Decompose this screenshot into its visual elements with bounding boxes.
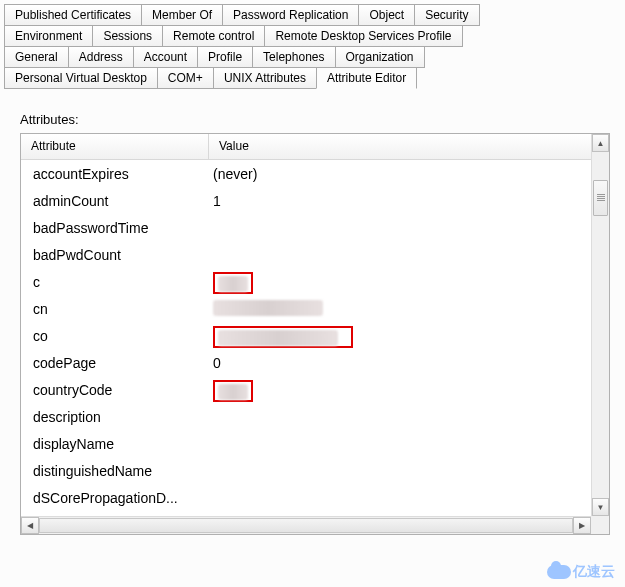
tab-member-of[interactable]: Member Of bbox=[141, 4, 223, 26]
tab-panel-attribute-editor: Attributes: Attribute Value accountExpir… bbox=[0, 88, 625, 535]
horizontal-scrollbar[interactable]: ◀ ▶ bbox=[21, 516, 591, 534]
tab-address[interactable]: Address bbox=[68, 46, 134, 68]
horizontal-scroll-thumb[interactable] bbox=[39, 518, 573, 533]
tab-strip: Published CertificatesMember OfPassword … bbox=[0, 0, 625, 88]
tab-sessions[interactable]: Sessions bbox=[92, 25, 163, 47]
cloud-icon bbox=[547, 565, 571, 579]
attribute-value bbox=[209, 324, 609, 347]
attribute-name: cn bbox=[21, 301, 209, 317]
tab-profile[interactable]: Profile bbox=[197, 46, 253, 68]
scroll-left-arrow-icon[interactable]: ◀ bbox=[21, 517, 39, 534]
tab-row-4: Personal Virtual DesktopCOM+UNIX Attribu… bbox=[4, 67, 621, 88]
tab-remote-desktop-services-profile[interactable]: Remote Desktop Services Profile bbox=[264, 25, 462, 47]
attribute-name: adminCount bbox=[21, 193, 209, 209]
column-headers: Attribute Value bbox=[21, 134, 609, 160]
attribute-name: dSCorePropagationD... bbox=[21, 490, 209, 506]
attribute-name: description bbox=[21, 409, 209, 425]
table-row[interactable]: co bbox=[21, 322, 609, 349]
table-row[interactable]: dSCorePropagationD... bbox=[21, 484, 609, 511]
attribute-value: 0 bbox=[209, 355, 609, 371]
tab-published-certificates[interactable]: Published Certificates bbox=[4, 4, 142, 26]
tab-account[interactable]: Account bbox=[133, 46, 198, 68]
attribute-name: countryCode bbox=[21, 382, 209, 398]
tab-environment[interactable]: Environment bbox=[4, 25, 93, 47]
column-header-value[interactable]: Value bbox=[209, 134, 609, 159]
attribute-name: displayName bbox=[21, 436, 209, 452]
table-row[interactable]: countryCode bbox=[21, 376, 609, 403]
tab-general[interactable]: General bbox=[4, 46, 69, 68]
tab-security[interactable]: Security bbox=[414, 4, 479, 26]
attribute-value bbox=[209, 270, 609, 293]
attribute-value bbox=[209, 378, 609, 401]
table-row[interactable]: description bbox=[21, 403, 609, 430]
tab-remote-control[interactable]: Remote control bbox=[162, 25, 265, 47]
attribute-value: 1 bbox=[209, 193, 609, 209]
vertical-scroll-thumb[interactable] bbox=[593, 180, 608, 216]
scrollbar-corner bbox=[591, 516, 609, 534]
scroll-right-arrow-icon[interactable]: ▶ bbox=[573, 517, 591, 534]
table-row[interactable]: codePage0 bbox=[21, 349, 609, 376]
tab-object[interactable]: Object bbox=[358, 4, 415, 26]
tab-personal-virtual-desktop[interactable]: Personal Virtual Desktop bbox=[4, 67, 158, 89]
watermark-text: 亿速云 bbox=[573, 563, 615, 581]
redaction-box bbox=[213, 380, 253, 402]
tab-row-3: GeneralAddressAccountProfileTelephonesOr… bbox=[4, 46, 621, 67]
vertical-scrollbar[interactable]: ▲ ▼ bbox=[591, 134, 609, 516]
attribute-value: (never) bbox=[209, 166, 609, 182]
table-row[interactable]: adminCount1 bbox=[21, 187, 609, 214]
tab-row-2: EnvironmentSessionsRemote controlRemote … bbox=[4, 25, 621, 46]
attribute-name: co bbox=[21, 328, 209, 344]
tab-telephones[interactable]: Telephones bbox=[252, 46, 335, 68]
attributes-label: Attributes: bbox=[20, 112, 605, 127]
table-row[interactable]: cn bbox=[21, 295, 609, 322]
attribute-name: c bbox=[21, 274, 209, 290]
redacted-value bbox=[213, 300, 323, 316]
attribute-name: badPwdCount bbox=[21, 247, 209, 263]
tab-row-1: Published CertificatesMember OfPassword … bbox=[4, 4, 621, 25]
attribute-name: accountExpires bbox=[21, 166, 209, 182]
tab-attribute-editor[interactable]: Attribute Editor bbox=[316, 67, 417, 89]
scroll-up-arrow-icon[interactable]: ▲ bbox=[592, 134, 609, 152]
table-body: accountExpires(never)adminCount1badPassw… bbox=[21, 160, 609, 516]
attribute-name: codePage bbox=[21, 355, 209, 371]
redaction-box bbox=[213, 326, 353, 348]
table-row[interactable]: badPwdCount bbox=[21, 241, 609, 268]
attribute-name: badPasswordTime bbox=[21, 220, 209, 236]
redaction-box bbox=[213, 272, 253, 294]
tab-organization[interactable]: Organization bbox=[335, 46, 425, 68]
attribute-name: distinguishedName bbox=[21, 463, 209, 479]
tab-com-[interactable]: COM+ bbox=[157, 67, 214, 89]
attribute-value bbox=[209, 299, 609, 318]
table-row[interactable]: badPasswordTime bbox=[21, 214, 609, 241]
table-row[interactable]: accountExpires(never) bbox=[21, 160, 609, 187]
table-row[interactable]: distinguishedName bbox=[21, 457, 609, 484]
table-row[interactable]: c bbox=[21, 268, 609, 295]
column-header-attribute[interactable]: Attribute bbox=[21, 134, 209, 159]
tab-password-replication[interactable]: Password Replication bbox=[222, 4, 359, 26]
tab-unix-attributes[interactable]: UNIX Attributes bbox=[213, 67, 317, 89]
table-row[interactable]: displayName bbox=[21, 430, 609, 457]
watermark: 亿速云 bbox=[547, 563, 615, 581]
scroll-down-arrow-icon[interactable]: ▼ bbox=[592, 498, 609, 516]
attributes-listview[interactable]: Attribute Value accountExpires(never)adm… bbox=[20, 133, 610, 535]
